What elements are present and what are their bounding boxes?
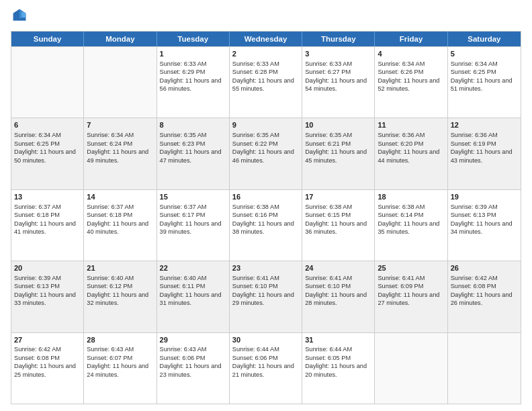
cal-cell: 23Sunrise: 6:41 AMSunset: 6:10 PMDayligh…	[230, 261, 302, 332]
cal-cell: 17Sunrise: 6:38 AMSunset: 6:15 PMDayligh…	[302, 190, 375, 261]
cal-cell: 1Sunrise: 6:33 AMSunset: 6:29 PMDaylight…	[157, 47, 230, 118]
cal-cell: 3Sunrise: 6:33 AMSunset: 6:27 PMDaylight…	[302, 47, 375, 118]
week-row-3: 13Sunrise: 6:37 AMSunset: 6:18 PMDayligh…	[11, 189, 521, 261]
weekday-header-saturday: Saturday	[448, 32, 521, 46]
cal-cell: 29Sunrise: 6:43 AMSunset: 6:06 PMDayligh…	[157, 333, 230, 404]
cal-cell: 21Sunrise: 6:40 AMSunset: 6:12 PMDayligh…	[84, 261, 157, 332]
cal-cell: 13Sunrise: 6:37 AMSunset: 6:18 PMDayligh…	[11, 190, 84, 261]
cal-cell: 19Sunrise: 6:39 AMSunset: 6:13 PMDayligh…	[448, 190, 521, 261]
weekday-header-monday: Monday	[84, 32, 157, 46]
cal-cell: 18Sunrise: 6:38 AMSunset: 6:14 PMDayligh…	[375, 190, 447, 261]
cal-cell: 8Sunrise: 6:35 AMSunset: 6:23 PMDaylight…	[157, 118, 230, 189]
weekday-header-wednesday: Wednesday	[230, 32, 302, 46]
cal-cell: 27Sunrise: 6:42 AMSunset: 6:08 PMDayligh…	[11, 333, 84, 404]
cal-cell: 2Sunrise: 6:33 AMSunset: 6:28 PMDaylight…	[230, 47, 302, 118]
cal-cell: 7Sunrise: 6:34 AMSunset: 6:24 PMDaylight…	[84, 118, 157, 189]
logo	[11, 8, 28, 26]
cal-cell: 5Sunrise: 6:34 AMSunset: 6:25 PMDaylight…	[448, 47, 521, 118]
weekday-header-sunday: Sunday	[11, 32, 84, 46]
calendar-body: 1Sunrise: 6:33 AMSunset: 6:29 PMDaylight…	[11, 46, 521, 404]
week-row-1: 1Sunrise: 6:33 AMSunset: 6:29 PMDaylight…	[11, 46, 521, 118]
cal-cell: 4Sunrise: 6:34 AMSunset: 6:26 PMDaylight…	[375, 47, 447, 118]
cal-cell: 11Sunrise: 6:36 AMSunset: 6:20 PMDayligh…	[375, 118, 447, 189]
week-row-2: 6Sunrise: 6:34 AMSunset: 6:25 PMDaylight…	[11, 118, 521, 189]
header	[11, 8, 521, 26]
cal-cell: 28Sunrise: 6:43 AMSunset: 6:07 PMDayligh…	[84, 333, 157, 404]
week-row-5: 27Sunrise: 6:42 AMSunset: 6:08 PMDayligh…	[11, 332, 521, 404]
cal-cell	[375, 333, 447, 404]
cal-cell	[84, 47, 157, 118]
cal-cell: 22Sunrise: 6:40 AMSunset: 6:11 PMDayligh…	[157, 261, 230, 332]
weekday-header-thursday: Thursday	[302, 32, 375, 46]
calendar: SundayMondayTuesdayWednesdayThursdayFrid…	[11, 31, 521, 404]
cal-cell: 26Sunrise: 6:42 AMSunset: 6:08 PMDayligh…	[448, 261, 521, 332]
calendar-header-row: SundayMondayTuesdayWednesdayThursdayFrid…	[11, 32, 521, 46]
cal-cell: 15Sunrise: 6:37 AMSunset: 6:17 PMDayligh…	[157, 190, 230, 261]
cal-cell: 9Sunrise: 6:35 AMSunset: 6:22 PMDaylight…	[230, 118, 302, 189]
cal-cell	[448, 333, 521, 404]
weekday-header-tuesday: Tuesday	[157, 32, 230, 46]
cal-cell: 24Sunrise: 6:41 AMSunset: 6:10 PMDayligh…	[302, 261, 375, 332]
cal-cell: 20Sunrise: 6:39 AMSunset: 6:13 PMDayligh…	[11, 261, 84, 332]
cal-cell: 6Sunrise: 6:34 AMSunset: 6:25 PMDaylight…	[11, 118, 84, 189]
cal-cell: 25Sunrise: 6:41 AMSunset: 6:09 PMDayligh…	[375, 261, 447, 332]
cal-cell: 16Sunrise: 6:38 AMSunset: 6:16 PMDayligh…	[230, 190, 302, 261]
cal-cell: 10Sunrise: 6:35 AMSunset: 6:21 PMDayligh…	[302, 118, 375, 189]
cal-cell: 31Sunrise: 6:44 AMSunset: 6:05 PMDayligh…	[302, 333, 375, 404]
cal-cell	[11, 47, 84, 118]
weekday-header-friday: Friday	[375, 32, 447, 46]
week-row-4: 20Sunrise: 6:39 AMSunset: 6:13 PMDayligh…	[11, 261, 521, 332]
cal-cell: 12Sunrise: 6:36 AMSunset: 6:19 PMDayligh…	[448, 118, 521, 189]
cal-cell: 14Sunrise: 6:37 AMSunset: 6:18 PMDayligh…	[84, 190, 157, 261]
logo-icon	[12, 8, 27, 23]
cal-cell: 30Sunrise: 6:44 AMSunset: 6:06 PMDayligh…	[230, 333, 302, 404]
page: SundayMondayTuesdayWednesdayThursdayFrid…	[0, 0, 532, 411]
